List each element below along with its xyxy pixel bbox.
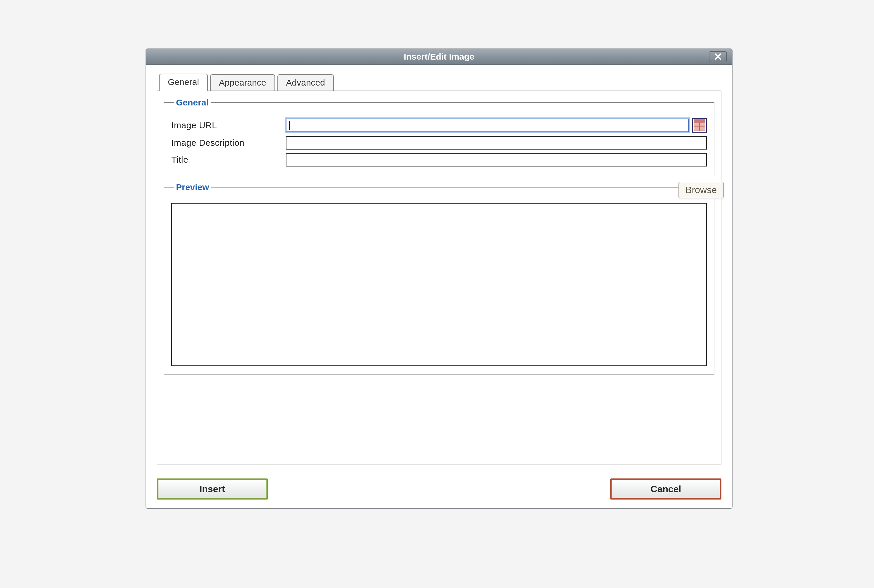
fieldset-legend: General [174, 98, 211, 108]
label-image-description: Image Description [171, 138, 282, 148]
tab-label: General [168, 77, 199, 87]
image-url-input[interactable] [286, 118, 689, 132]
browse-icon [693, 120, 706, 131]
row-image-description: Image Description [171, 136, 707, 150]
label-image-url: Image URL [171, 120, 282, 130]
insert-button[interactable]: Insert [157, 478, 268, 500]
insert-edit-image-dialog: Insert/Edit Image General Appearance Adv… [146, 48, 733, 509]
row-title: Title [171, 153, 707, 166]
fieldset-general: General Image URL [164, 98, 715, 175]
tab-label: Appearance [219, 78, 266, 87]
tab-general[interactable]: General [159, 74, 208, 91]
close-button[interactable] [709, 51, 727, 62]
tab-advanced[interactable]: Advanced [277, 74, 334, 92]
cancel-button[interactable]: Cancel [610, 478, 721, 500]
dialog-title: Insert/Edit Image [404, 52, 474, 62]
titlebar: Insert/Edit Image [146, 49, 732, 65]
label-title: Title [171, 155, 282, 165]
button-bar: Insert Cancel [146, 471, 732, 508]
button-label: Cancel [651, 484, 681, 495]
button-label: Insert [199, 484, 225, 495]
browse-button[interactable] [692, 118, 707, 133]
image-description-input[interactable] [286, 136, 707, 150]
tab-list: General Appearance Advanced [157, 74, 721, 91]
tab-panel-general: General Image URL [157, 90, 721, 465]
fieldset-preview: Preview [164, 182, 715, 375]
preview-area [171, 203, 707, 366]
tab-label: Advanced [286, 78, 325, 87]
browse-tooltip: Browse [678, 182, 724, 198]
title-input[interactable] [286, 153, 707, 166]
close-icon [714, 53, 722, 60]
dialog-body: General Appearance Advanced General Imag… [146, 65, 732, 471]
fieldset-legend: Preview [174, 182, 211, 192]
row-image-url: Image URL [171, 118, 707, 133]
tab-appearance[interactable]: Appearance [210, 74, 275, 92]
text-caret [289, 121, 290, 130]
tooltip-text: Browse [686, 184, 717, 195]
